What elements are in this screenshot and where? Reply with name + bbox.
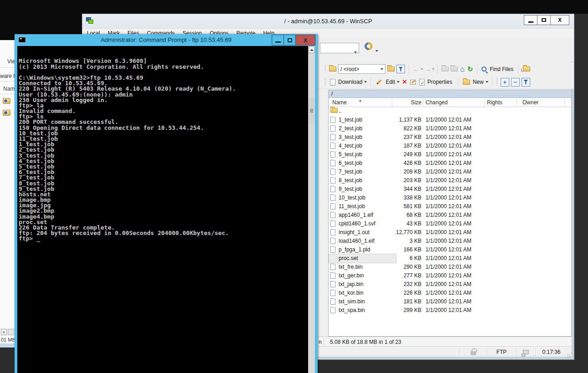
parent-directory-label: ..: [329, 107, 396, 116]
file-row[interactable]: 7_test.job 209 KB 1/1/2000 12:01 AM: [329, 168, 571, 176]
forward-history-icon[interactable]: [432, 68, 435, 70]
open-directory-icon[interactable]: ↑: [387, 66, 395, 72]
maximize-button[interactable]: [537, 15, 551, 25]
bgwin-button[interactable]: [8, 329, 15, 335]
download-icon: ↓: [330, 79, 335, 86]
back-history-icon[interactable]: [421, 68, 423, 70]
file-name: app1460_1.elf: [329, 211, 396, 220]
rename-button[interactable]: [410, 80, 416, 85]
file-row[interactable]: 6_test.job 426 KB 1/1/2000 12:01 AM: [329, 159, 571, 168]
file-row[interactable]: 5_test.job 249 KB 1/1/2000 12:01 AM: [329, 150, 571, 159]
chevron-down-icon[interactable]: [375, 50, 378, 52]
synchronize-icon[interactable]: [365, 42, 372, 50]
selection-filter-button[interactable]: [522, 78, 530, 87]
file-name: txt_jap.bin: [329, 280, 396, 289]
file-row[interactable]: txt_kor.bin 226 KB 1/1/2000 12:01 AM: [329, 289, 571, 297]
select-minus-button[interactable]: −: [511, 78, 520, 87]
bgwin-column-header-fragment[interactable]: Nam: [3, 86, 15, 92]
close-button[interactable]: X: [295, 35, 315, 46]
refresh-icon[interactable]: ↻: [467, 65, 473, 73]
file-row[interactable]: txt_sim.bin 181 KB 1/1/2000 12:01 AM: [329, 297, 571, 306]
protocol-status-cell[interactable]: FTP: [487, 347, 516, 356]
root-directory-icon[interactable]: [451, 66, 458, 72]
file-size: 187 KB: [393, 143, 421, 149]
file-row[interactable]: 8_test.job 203 KB 1/1/2000 12:01 AM: [329, 176, 571, 185]
file-row[interactable]: txt_fre.bin 290 KB 1/1/2000 12:01 AM: [329, 263, 571, 271]
terminal-line: image.bmp: [19, 197, 236, 203]
toolbar-grip[interactable]: [324, 78, 326, 86]
file-row[interactable]: 2_test.job 822 KB 1/1/2000 12:01 AM: [329, 124, 571, 133]
file-row[interactable]: 1_test.job 1,137 KB 1/1/2000 12:01 AM: [329, 116, 571, 124]
bgwin-menu-fragment[interactable]: Vie: [7, 58, 15, 65]
terminal-line: hosts.net: [19, 192, 236, 197]
parent-directory-icon[interactable]: [441, 66, 449, 72]
scrollbar[interactable]: [308, 46, 315, 373]
file-row[interactable]: txt_ger.bin 277 KB 1/1/2000 12:01 AM: [329, 271, 571, 280]
resize-grip[interactable]: [569, 354, 570, 355]
column-header-changed[interactable]: Changed: [426, 98, 448, 107]
package-icon[interactable]: [3, 98, 10, 104]
close-button[interactable]: X: [550, 15, 569, 25]
file-row[interactable]: 9_test.job 344 KB 1/1/2000 12:01 AM: [329, 185, 571, 194]
file-row[interactable]: cpld1460_1.svf 43 KB 1/1/2000 12:01 AM: [329, 220, 571, 228]
column-header-size[interactable]: Size: [393, 98, 421, 107]
properties-button[interactable]: ✓ Properties: [417, 78, 455, 87]
desktop-right: [574, 14, 588, 373]
file-size: 277 KB: [393, 272, 421, 279]
file-row[interactable]: txt_jap.bin 232 KB 1/1/2000 12:01 AM: [329, 280, 571, 289]
home-directory-icon[interactable]: ⌂: [460, 65, 465, 73]
file-row[interactable]: 11_test.job 581 KB 1/1/2000 12:01 AM: [329, 202, 571, 211]
find-files-button[interactable]: Find Files: [490, 66, 513, 72]
session-combobox[interactable]: [320, 43, 359, 53]
toolbar-grip[interactable]: [496, 78, 497, 86]
terminal-line: ftp> _: [19, 236, 236, 241]
encryption-status-cell[interactable]: [459, 347, 487, 356]
maximize-button[interactable]: [284, 35, 296, 46]
column-header-rights[interactable]: Rights: [487, 98, 502, 107]
sort-ascending-icon: ▲: [359, 99, 362, 102]
download-button[interactable]: ↓ Download: [328, 78, 368, 87]
file-row[interactable]: 10_test.job 338 KB 1/1/2000 12:01 AM: [329, 194, 571, 202]
directory-tree-icon[interactable]: [523, 66, 530, 72]
package-icon[interactable]: [3, 110, 10, 116]
toolbar-grip[interactable]: [324, 65, 326, 73]
remote-file-panel: / Name ▲ Size Changed Rights Owner ↑ ..: [328, 90, 572, 337]
file-row[interactable]: p_fpga_1.pld 166 KB 1/1/2000 12:01 AM: [329, 245, 571, 254]
file-size: 249 KB: [393, 151, 421, 158]
terminal-client-area[interactable]: Microsoft Windows [Version 6.3.9600](c) …: [17, 46, 315, 373]
edit-button[interactable]: Edit: [374, 78, 400, 86]
new-button[interactable]: New: [461, 78, 489, 86]
terminal-line: Invalid command.: [19, 108, 236, 114]
bgwin-toolbar-fragment: ware F: [0, 73, 15, 79]
chevron-down-icon: [380, 68, 383, 70]
scrollbar-thumb[interactable]: [309, 97, 314, 124]
column-header-name[interactable]: Name: [332, 98, 347, 107]
file-row[interactable]: proc.set 6 KB 1/1/2000 12:01 AM: [329, 254, 571, 263]
parent-directory-row[interactable]: ↑ ..: [329, 107, 571, 116]
cmd-titlebar[interactable]: Administrator: Command Prompt - ftp 10.5…: [15, 34, 318, 46]
forward-icon[interactable]: →: [424, 65, 431, 73]
file-row[interactable]: 4_test.job 187 KB 1/1/2000 12:01 AM: [329, 142, 571, 150]
back-icon[interactable]: ←: [413, 65, 420, 73]
filter-icon[interactable]: [396, 65, 405, 73]
file-row[interactable]: insight_1.out 12,770 KB 1/1/2000 12:01 A…: [329, 228, 571, 237]
delete-button[interactable]: ×: [402, 79, 407, 85]
remote-path-bar[interactable]: /: [329, 90, 571, 98]
file-row[interactable]: txt_spa.bin 299 KB 1/1/2000 12:01 AM: [329, 306, 571, 315]
connection-status-cell[interactable]: [516, 347, 535, 356]
file-row[interactable]: 3_test.job 237 KB 1/1/2000 12:01 AM: [329, 133, 571, 142]
chevron-down-icon: [364, 81, 367, 83]
remote-path-combobox[interactable]: / <root>: [338, 64, 385, 74]
scroll-up-button[interactable]: [309, 46, 314, 53]
file-changed: 1/1/2000 12:01 AM: [426, 281, 471, 287]
minimize-button[interactable]: [524, 15, 537, 25]
winscp-titlebar[interactable]: / - admin@10.53.45.69 - WinSCP X: [82, 14, 574, 28]
desktop-bottom-left: [0, 347, 15, 373]
remote-panel-status: 5.08 KB of 18.8 MB in 1 of 23: [330, 339, 401, 345]
file-row[interactable]: load1460_1.elf 3 KB 1/1/2000 12:01 AM: [329, 237, 571, 245]
select-plus-button[interactable]: +: [501, 78, 509, 87]
column-header-owner[interactable]: Owner: [522, 98, 538, 107]
file-row[interactable]: app1460_1.elf 68 KB 1/1/2000 12:01 AM: [329, 211, 571, 220]
minimize-button[interactable]: [272, 35, 284, 46]
close-icon[interactable]: x: [1, 329, 7, 335]
